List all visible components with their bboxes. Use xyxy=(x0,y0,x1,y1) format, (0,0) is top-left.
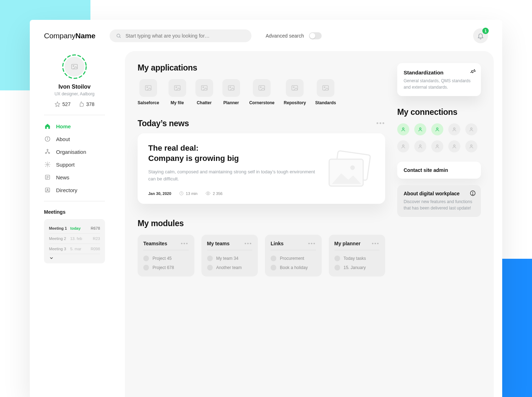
svg-point-8 xyxy=(47,138,48,138)
stat-stars: 527 xyxy=(55,101,71,107)
search-input[interactable] xyxy=(126,33,245,39)
more-icon[interactable]: ••• xyxy=(372,240,379,246)
connection-avatar[interactable] xyxy=(414,140,426,152)
svg-line-1 xyxy=(120,37,121,38)
svg-point-44 xyxy=(420,145,421,146)
search-icon xyxy=(116,33,121,39)
connection-avatar[interactable] xyxy=(431,123,443,135)
app-tile[interactable]: Repository xyxy=(284,79,306,105)
svg-point-42 xyxy=(471,128,472,129)
nav-item-news[interactable]: News xyxy=(44,174,105,180)
profile-block: Ivon Stoilov UX designer, Aalborg 527 37… xyxy=(44,54,105,107)
app-window: CompanyName Advanced search 1 xyxy=(30,20,502,397)
advanced-search: Advanced search xyxy=(266,32,322,39)
connection-avatar[interactable] xyxy=(431,140,443,152)
module-item[interactable]: Today tasks xyxy=(334,254,380,263)
brand-logo[interactable]: CompanyName xyxy=(44,32,95,40)
app-tile[interactable]: Cornerstone xyxy=(249,79,275,105)
more-icon[interactable]: ••• xyxy=(308,240,316,246)
connection-avatar[interactable] xyxy=(465,123,477,135)
svg-point-30 xyxy=(293,87,294,88)
news-icon xyxy=(44,174,51,180)
connection-avatar[interactable] xyxy=(397,123,409,135)
module-item[interactable]: My team 34 xyxy=(207,254,253,263)
meeting-row[interactable]: Meeting 3 5. mar R098 xyxy=(49,244,100,254)
connection-avatar[interactable] xyxy=(448,140,460,152)
pin-card[interactable]: Standardization General standards, QMS s… xyxy=(397,63,481,96)
news-heading: Today’s news xyxy=(138,119,189,128)
module-item[interactable]: 15. January xyxy=(334,263,380,272)
main: My applications Salseforce My file Chatt… xyxy=(119,47,502,397)
topbar: CompanyName Advanced search 1 xyxy=(30,20,502,47)
applications-heading: My applications xyxy=(138,63,385,73)
svg-point-43 xyxy=(403,145,404,146)
pin-icon[interactable] xyxy=(470,68,476,74)
more-icon[interactable]: ••• xyxy=(181,240,189,246)
advanced-toggle[interactable] xyxy=(309,32,322,39)
svg-point-12 xyxy=(47,164,49,166)
clock-icon xyxy=(179,191,184,196)
profile-name: Ivon Stoilov xyxy=(44,84,105,90)
svg-point-0 xyxy=(117,34,120,37)
star-icon xyxy=(55,101,60,107)
svg-point-34 xyxy=(207,193,209,194)
app-tile[interactable]: Salseforce xyxy=(138,79,159,105)
stat-likes: 378 xyxy=(78,101,94,107)
avatar[interactable] xyxy=(62,54,87,79)
meeting-row[interactable]: Meeting 1 today R678 xyxy=(49,223,100,234)
gear-icon xyxy=(44,161,51,168)
meetings-expand[interactable] xyxy=(49,254,100,261)
connection-avatar[interactable] xyxy=(465,140,477,152)
about-card[interactable]: About digital workplace Discover new fea… xyxy=(397,185,481,217)
search-box[interactable] xyxy=(110,29,251,42)
chevron-down-icon xyxy=(49,256,54,261)
module-card: My planner••• Today tasks 15. January xyxy=(329,235,386,276)
nav-item-organisation[interactable]: Organisation xyxy=(44,149,105,155)
news-card[interactable]: The real deal:Company is growing big Sta… xyxy=(138,133,385,204)
divider xyxy=(44,201,105,201)
modules-heading: My modules xyxy=(138,219,385,228)
meetings-box: Meeting 1 today R678 Meeting 2 13. feb R… xyxy=(44,219,105,263)
news-views: 2 356 xyxy=(205,191,223,196)
svg-point-22 xyxy=(176,87,177,88)
app-tile[interactable]: Chatter xyxy=(195,79,213,105)
module-item[interactable]: Project 678 xyxy=(143,263,189,272)
app-tile[interactable]: Standards xyxy=(315,79,336,105)
divider xyxy=(44,115,105,115)
contact-admin-button[interactable]: Contact site admin xyxy=(397,162,481,179)
thumbsup-icon xyxy=(78,101,84,107)
org-icon xyxy=(44,149,51,155)
module-card: Teamsites••• Project 45 Project 678 xyxy=(138,235,194,276)
news-summary: Staying calm, composed and maintaining s… xyxy=(148,168,318,182)
notifications-badge: 1 xyxy=(482,28,489,34)
news-image-placeholder xyxy=(325,143,375,196)
news-more-icon[interactable]: ••• xyxy=(376,120,385,127)
svg-point-24 xyxy=(203,87,204,88)
svg-point-28 xyxy=(260,87,261,88)
module-item[interactable]: Book a holiday xyxy=(271,263,316,272)
nav-item-directory[interactable]: Directory xyxy=(44,187,105,193)
connection-avatar[interactable] xyxy=(448,123,460,135)
more-icon[interactable]: ••• xyxy=(244,240,252,246)
module-item[interactable]: Project 45 xyxy=(143,254,189,263)
app-tile[interactable]: My file xyxy=(168,79,186,105)
user-icon xyxy=(44,187,51,193)
svg-point-38 xyxy=(403,128,404,129)
meeting-row[interactable]: Meeting 2 13. feb R23 xyxy=(49,234,100,244)
nav-item-home[interactable]: Home xyxy=(44,123,105,129)
brand-bold: Name xyxy=(75,32,95,40)
home-icon xyxy=(44,123,51,129)
module-item[interactable]: Procurement xyxy=(271,254,316,263)
module-item[interactable]: Another team xyxy=(207,263,253,272)
svg-point-46 xyxy=(454,145,455,146)
notifications-button[interactable]: 1 xyxy=(473,28,488,43)
svg-point-40 xyxy=(437,128,438,129)
app-tile[interactable]: Planner xyxy=(222,79,240,105)
svg-point-20 xyxy=(147,87,148,88)
nav-item-about[interactable]: About xyxy=(44,136,105,142)
nav-item-support[interactable]: Support xyxy=(44,161,105,168)
connection-avatar[interactable] xyxy=(397,140,409,152)
connection-avatar[interactable] xyxy=(414,123,426,135)
brand-prefix: Company xyxy=(44,32,75,40)
modules-row: Teamsites••• Project 45 Project 678 My t… xyxy=(138,235,385,276)
